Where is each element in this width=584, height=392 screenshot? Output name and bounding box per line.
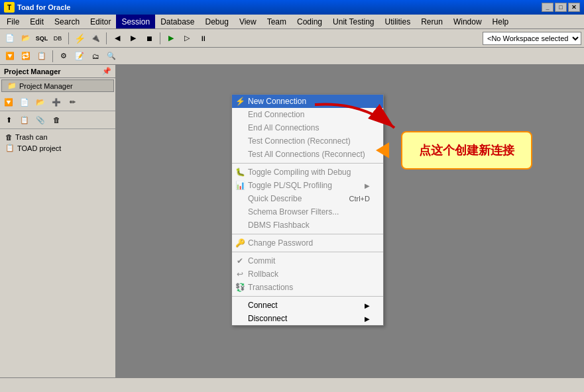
- sidebar-tb6[interactable]: ⬆: [1, 113, 16, 127]
- menu-database[interactable]: Database: [155, 15, 200, 28]
- end-connection-label: End Connection: [248, 110, 304, 119]
- menu-coding[interactable]: Coding: [292, 15, 327, 28]
- window-controls: _ □ ✕: [542, 3, 580, 12]
- sep3: [160, 32, 160, 44]
- toggle-compiling-label: Toggle Compiling with Debug: [248, 168, 351, 177]
- conn-btn[interactable]: ⚡: [72, 31, 87, 46]
- trash-icon: 🗑: [5, 133, 13, 141]
- sidebar-toolbar: 🔽 📄 📂 ➕ ✏: [0, 93, 115, 111]
- db-btn[interactable]: DB: [50, 31, 65, 46]
- sidebar-item-trash[interactable]: 🗑 Trash can: [3, 132, 113, 142]
- project-icon: 📋: [5, 144, 15, 152]
- menu-commit: ✔ Commit: [232, 254, 383, 268]
- menu-session[interactable]: Session: [116, 15, 155, 28]
- toggle-plsql-icon: 📊: [235, 180, 245, 191]
- new-connection-label: New Connection: [248, 97, 306, 106]
- sep-1: [232, 163, 383, 164]
- connect-label: Connect: [248, 301, 278, 310]
- change-password-label: Change Password: [248, 238, 313, 248]
- callout-text: 点这个创建新连接: [419, 144, 514, 157]
- back-btn[interactable]: ◀: [110, 31, 125, 46]
- sidebar-item-toad-project[interactable]: 📋 TOAD project: [3, 142, 113, 154]
- quick-describe-label: Quick Describe: [248, 194, 302, 203]
- fwd-btn[interactable]: ▶: [126, 31, 141, 46]
- sidebar-tb4[interactable]: ➕: [49, 95, 64, 109]
- minimize-button[interactable]: _: [542, 3, 554, 12]
- commit-icon: ✔: [235, 256, 245, 266]
- menu-disconnect[interactable]: Disconnect ▶: [232, 312, 383, 325]
- sep1: [68, 32, 69, 44]
- connect-arrow: ▶: [365, 302, 370, 309]
- menu-search[interactable]: Search: [49, 15, 85, 28]
- change-password-icon: 🔑: [235, 238, 245, 248]
- menu-debug[interactable]: Debug: [200, 15, 234, 28]
- disconnect-label: Disconnect: [248, 314, 287, 323]
- project-manager-tab[interactable]: 📁 Project Manager: [1, 79, 114, 92]
- sidebar-tb1[interactable]: 🔽: [1, 95, 16, 109]
- menu-rerun[interactable]: Rerun: [416, 15, 448, 28]
- close-button[interactable]: ✕: [568, 3, 580, 12]
- menu-unit-testing[interactable]: Unit Testing: [327, 15, 379, 28]
- sidebar: Project Manager 📌 📁 Project Manager 🔽 📄 …: [0, 65, 116, 377]
- stop-btn[interactable]: ⏹: [142, 31, 156, 46]
- dbms-flashback-label: DBMS Flashback: [248, 220, 310, 230]
- sep-3: [232, 252, 383, 252]
- sidebar-tb8[interactable]: 📎: [33, 113, 48, 127]
- sidebar-tb3[interactable]: 📂: [33, 95, 48, 109]
- run2-btn[interactable]: ▷: [180, 31, 194, 46]
- t2-btn1[interactable]: 🔽: [3, 49, 17, 64]
- run3-btn[interactable]: ⏸: [196, 31, 210, 46]
- trash-label: Trash can: [15, 133, 48, 141]
- run-btn[interactable]: ▶: [164, 31, 178, 46]
- menu-file[interactable]: File: [1, 15, 25, 28]
- sep4: [52, 50, 53, 62]
- t2-btn7[interactable]: 🔍: [104, 49, 119, 64]
- maximize-button[interactable]: □: [555, 3, 567, 12]
- transactions-icon: 💱: [235, 282, 245, 293]
- test-all-connections-label: Test All Connections (Reconnect): [248, 150, 365, 159]
- menu-utilities[interactable]: Utilities: [380, 15, 416, 28]
- sidebar-tb5[interactable]: ✏: [65, 95, 80, 109]
- t2-btn3[interactable]: 📋: [34, 49, 49, 64]
- t2-btn4[interactable]: ⚙: [56, 49, 71, 64]
- menu-team[interactable]: Team: [262, 15, 292, 28]
- menu-quick-describe: Quick Describe Ctrl+D: [232, 192, 383, 205]
- new-conn-btn[interactable]: 🔌: [88, 31, 103, 46]
- menu-connect[interactable]: Connect ▶: [232, 299, 383, 312]
- sidebar-pin-icon[interactable]: 📌: [102, 67, 111, 75]
- t2-btn6[interactable]: 🗂: [88, 49, 103, 64]
- toolbar-1: 📄 📂 SQL DB ⚡ 🔌 ◀ ▶ ⏹ ▶ ▷ ⏸ <No Workspace…: [0, 29, 584, 48]
- sidebar-toolbar2: ⬆ 📋 📎 🗑: [0, 111, 115, 129]
- sidebar-tb9[interactable]: 🗑: [49, 113, 64, 127]
- sep2: [106, 32, 107, 44]
- status-bar: [0, 377, 584, 392]
- t2-btn2[interactable]: 🔁: [19, 49, 33, 64]
- new-conn-icon: ⚡: [235, 96, 245, 107]
- toolbar-2: 🔽 🔁 📋 ⚙ 📝 🗂 🔍: [0, 48, 584, 65]
- sidebar-tb2[interactable]: 📄: [17, 95, 32, 109]
- menu-editor[interactable]: Editor: [85, 15, 116, 28]
- new-file-btn[interactable]: 📄: [3, 31, 17, 46]
- schema-browser-label: Schema Browser Filters...: [248, 207, 339, 217]
- menu-toggle-compiling: 🐛 Toggle Compiling with Debug: [232, 166, 383, 179]
- menu-help[interactable]: Help: [487, 15, 514, 28]
- menu-rollback: ↩ Rollback: [232, 268, 383, 281]
- workspace-select[interactable]: <No Workspace selected: [483, 32, 581, 45]
- callout-bubble: 点这个创建新连接: [401, 131, 532, 170]
- menu-window[interactable]: Window: [448, 15, 487, 28]
- sidebar-title: Project Manager: [4, 68, 61, 75]
- quick-describe-shortcut: Ctrl+D: [349, 195, 370, 203]
- toggle-plsql-label: Toggle PL/SQL Profiling: [248, 181, 332, 190]
- rollback-label: Rollback: [248, 270, 278, 279]
- disconnect-arrow: ▶: [365, 315, 370, 322]
- main-area: Project Manager 📌 📁 Project Manager 🔽 📄 …: [0, 65, 584, 377]
- open-btn[interactable]: 📂: [19, 31, 33, 46]
- t2-btn5[interactable]: 📝: [72, 49, 87, 64]
- project-label: TOAD project: [17, 144, 61, 152]
- menu-edit[interactable]: Edit: [25, 15, 49, 28]
- sidebar-tb7[interactable]: 📋: [17, 113, 32, 127]
- menu-dbms-flashback: DBMS Flashback: [232, 219, 383, 232]
- sql-btn[interactable]: SQL: [34, 31, 49, 46]
- title-bar: T Toad for Oracle _ □ ✕: [0, 0, 584, 15]
- menu-view[interactable]: View: [234, 15, 262, 28]
